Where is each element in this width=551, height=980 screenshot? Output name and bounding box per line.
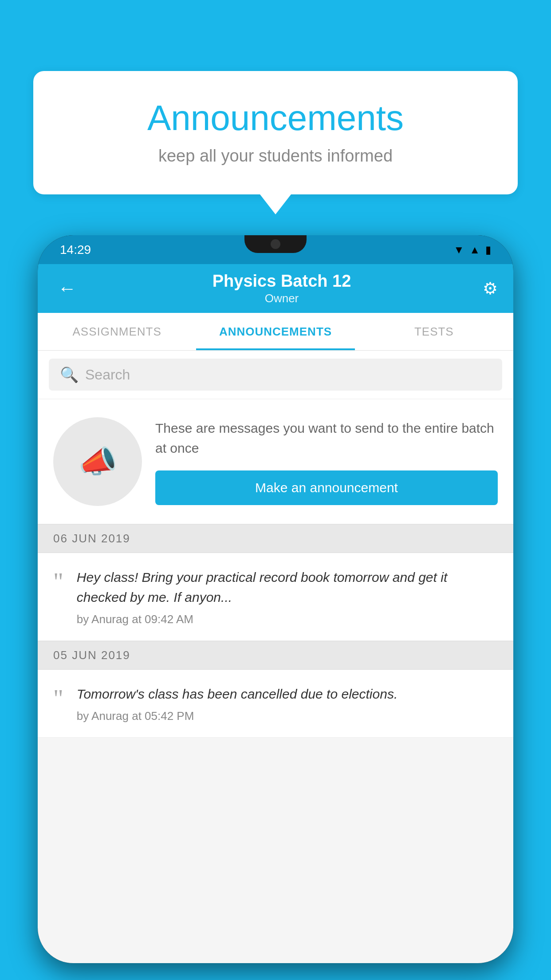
battery-icon (485, 244, 491, 256)
wifi-icon (453, 244, 464, 256)
status-bar: 14:29 (38, 235, 513, 264)
app-bar-center: Physics Batch 12 Owner (81, 272, 483, 305)
promo-card: 📣 These are messages you want to send to… (38, 399, 513, 524)
bubble-arrow (260, 194, 291, 214)
speech-bubble-section: Announcements keep all your students inf… (33, 71, 518, 214)
search-bar[interactable]: 🔍 Search (49, 359, 502, 391)
date-divider-2: 05 JUN 2019 (38, 641, 513, 670)
status-time: 14:29 (60, 243, 91, 257)
settings-icon[interactable]: ⚙ (483, 279, 498, 298)
announcement-content-1: Hey class! Bring your practical record b… (77, 567, 498, 626)
notch (244, 235, 307, 253)
announcement-author-2: by Anurag at 05:42 PM (77, 709, 498, 723)
promo-description: These are messages you want to send to t… (155, 418, 498, 458)
promo-icon-circle: 📣 (53, 417, 142, 506)
app-bar-subtitle: Owner (81, 292, 483, 305)
make-announcement-button[interactable]: Make an announcement (155, 470, 498, 505)
announcement-text-1: Hey class! Bring your practical record b… (77, 567, 498, 607)
phone-wrapper: 14:29 ← Physics Batch 12 Owner ⚙ ASSIGNM… (38, 235, 513, 980)
promo-right: These are messages you want to send to t… (155, 418, 498, 505)
announcement-item-1[interactable]: " Hey class! Bring your practical record… (38, 553, 513, 641)
announcement-content-2: Tomorrow's class has been cancelled due … (77, 684, 498, 723)
phone-frame: 14:29 ← Physics Batch 12 Owner ⚙ ASSIGNM… (38, 235, 513, 963)
announcement-text-2: Tomorrow's class has been cancelled due … (77, 684, 498, 704)
signal-icon (469, 244, 480, 256)
camera (271, 239, 280, 249)
tab-assignments[interactable]: ASSIGNMENTS (38, 313, 196, 350)
bubble-title: Announcements (64, 98, 487, 138)
date-label-1: 06 JUN 2019 (53, 532, 130, 545)
tab-tests[interactable]: TESTS (355, 313, 513, 350)
tabs-bar: ASSIGNMENTS ANNOUNCEMENTS TESTS (38, 313, 513, 351)
announcement-item-2[interactable]: " Tomorrow's class has been cancelled du… (38, 670, 513, 738)
app-bar: ← Physics Batch 12 Owner ⚙ (38, 264, 513, 313)
tab-announcements[interactable]: ANNOUNCEMENTS (196, 313, 354, 350)
status-icons (453, 244, 491, 256)
announcement-author-1: by Anurag at 09:42 AM (77, 612, 498, 626)
speech-bubble: Announcements keep all your students inf… (33, 71, 518, 194)
back-button[interactable]: ← (53, 273, 81, 304)
date-label-2: 05 JUN 2019 (53, 648, 130, 662)
search-placeholder: Search (85, 367, 130, 383)
quote-icon-2: " (53, 686, 63, 711)
app-bar-title: Physics Batch 12 (81, 272, 483, 291)
date-divider-1: 06 JUN 2019 (38, 524, 513, 553)
search-bar-wrapper: 🔍 Search (38, 351, 513, 399)
phone-content: 🔍 Search 📣 These are messages you want t… (38, 351, 513, 963)
megaphone-icon: 📣 (79, 443, 117, 480)
bubble-subtitle: keep all your students informed (64, 146, 487, 166)
quote-icon-1: " (53, 569, 63, 594)
search-icon: 🔍 (60, 366, 79, 383)
